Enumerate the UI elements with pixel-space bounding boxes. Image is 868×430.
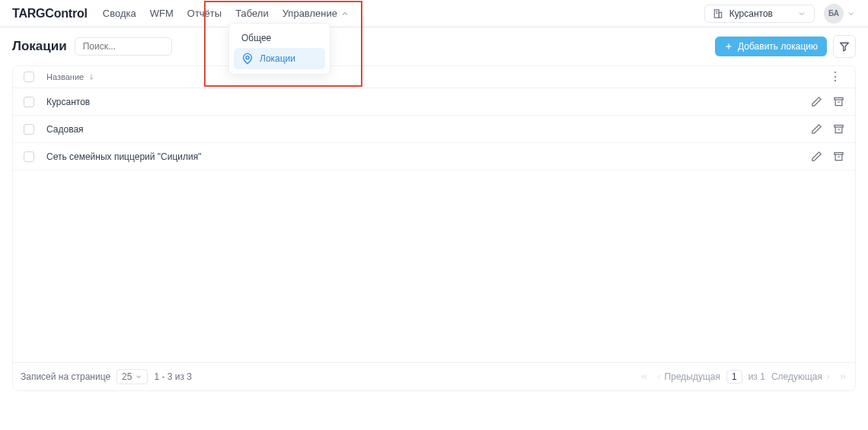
user-menu[interactable]: БА — [824, 4, 856, 24]
add-location-label: Добавить локацию — [738, 41, 818, 52]
chevron-down-icon — [847, 9, 856, 18]
per-page-label: Записей на странице — [21, 371, 110, 382]
first-page-button[interactable] — [640, 372, 649, 381]
row-checkbox[interactable] — [24, 97, 34, 107]
dropdown-item-label: Локации — [260, 53, 295, 64]
next-page-button[interactable]: Следующая — [771, 371, 832, 382]
edit-icon[interactable] — [811, 123, 822, 135]
org-name: Курсантов — [729, 8, 773, 19]
edit-icon[interactable] — [811, 96, 822, 107]
svg-rect-13 — [834, 153, 843, 155]
svg-rect-1 — [719, 12, 722, 18]
table-row: Садовая — [13, 116, 855, 143]
cell-name: Садовая — [46, 124, 84, 135]
chevron-right-icon — [824, 373, 832, 381]
main-nav: Сводка WFM Отчёты Табели Управление — [103, 5, 349, 22]
chevron-left-icon — [655, 373, 663, 381]
nav-manage[interactable]: Управление — [282, 5, 349, 22]
svg-marker-7 — [841, 43, 849, 51]
chevron-up-icon — [340, 9, 349, 18]
pagination: Предыдущая 1 из 1 Следующая — [640, 370, 847, 384]
avatar: БА — [824, 4, 844, 24]
locations-table: Название ⋮ Курсантов Садовая Сеть семейн… — [12, 65, 856, 391]
search-input[interactable] — [75, 37, 172, 56]
topbar: TARGControl Сводка WFM Отчёты Табели Упр… — [0, 0, 868, 27]
org-select[interactable]: Курсантов — [704, 5, 815, 23]
nav-summary[interactable]: Сводка — [103, 5, 136, 22]
nav-wfm[interactable]: WFM — [150, 5, 174, 22]
nav-manage-label: Управление — [282, 8, 337, 19]
row-actions — [811, 151, 844, 162]
row-checkbox[interactable] — [24, 151, 34, 162]
header-actions: Добавить локацию — [715, 35, 856, 58]
chevron-down-icon — [797, 9, 806, 18]
plus-icon — [724, 42, 733, 51]
page-of: из 1 — [748, 371, 765, 382]
column-name-label: Название — [46, 72, 84, 81]
cell-name: Сеть семейных пиццерий "Сицилия" — [46, 151, 201, 162]
archive-icon[interactable] — [833, 96, 844, 107]
select-all-checkbox[interactable] — [24, 72, 34, 82]
sort-down-icon — [88, 73, 95, 81]
table-more-button[interactable]: ⋮ — [826, 71, 844, 83]
edit-icon[interactable] — [811, 151, 822, 162]
last-page-button[interactable] — [838, 372, 847, 381]
dropdown-header: Общее — [234, 28, 325, 48]
filter-icon — [839, 41, 850, 52]
location-pin-icon — [241, 53, 254, 65]
page-number[interactable]: 1 — [726, 370, 742, 384]
svg-rect-9 — [834, 98, 843, 100]
page-header: Локации Добавить локацию — [0, 27, 868, 65]
topbar-right: Курсантов БА — [704, 4, 856, 24]
nav-reports[interactable]: Отчёты — [187, 5, 222, 22]
building-icon — [713, 8, 723, 19]
svg-point-4 — [246, 56, 249, 59]
chevron-double-right-icon — [838, 372, 847, 381]
manage-dropdown: Общее Локации — [228, 23, 330, 75]
nav-tables[interactable]: Табели — [235, 5, 269, 22]
archive-icon[interactable] — [833, 123, 844, 135]
chevron-double-left-icon — [640, 372, 649, 381]
archive-icon[interactable] — [833, 151, 844, 162]
row-actions — [811, 123, 844, 135]
cell-name: Курсантов — [46, 97, 90, 107]
dropdown-item-locations[interactable]: Локации — [234, 48, 325, 69]
chevron-down-icon — [135, 373, 142, 381]
row-actions — [811, 96, 844, 107]
table-row: Сеть семейных пиццерий "Сицилия" — [13, 143, 855, 170]
logo: TARGControl — [12, 7, 88, 21]
prev-label: Предыдущая — [665, 371, 720, 382]
page-size-select[interactable]: 25 — [116, 369, 148, 384]
page-size-value: 25 — [122, 371, 132, 382]
column-name[interactable]: Название — [46, 72, 95, 81]
table-footer: Записей на странице 25 1 - 3 из 3 Предыд… — [13, 362, 855, 390]
svg-rect-11 — [834, 126, 843, 128]
table-header: Название ⋮ — [13, 66, 855, 88]
page-title: Локации — [12, 39, 67, 54]
range-text: 1 - 3 из 3 — [154, 371, 192, 382]
prev-page-button[interactable]: Предыдущая — [655, 371, 720, 382]
row-checkbox[interactable] — [24, 124, 34, 135]
filter-button[interactable] — [833, 35, 856, 58]
table-row: Курсантов — [13, 88, 855, 116]
next-label: Следующая — [771, 371, 822, 382]
add-location-button[interactable]: Добавить локацию — [715, 37, 827, 56]
